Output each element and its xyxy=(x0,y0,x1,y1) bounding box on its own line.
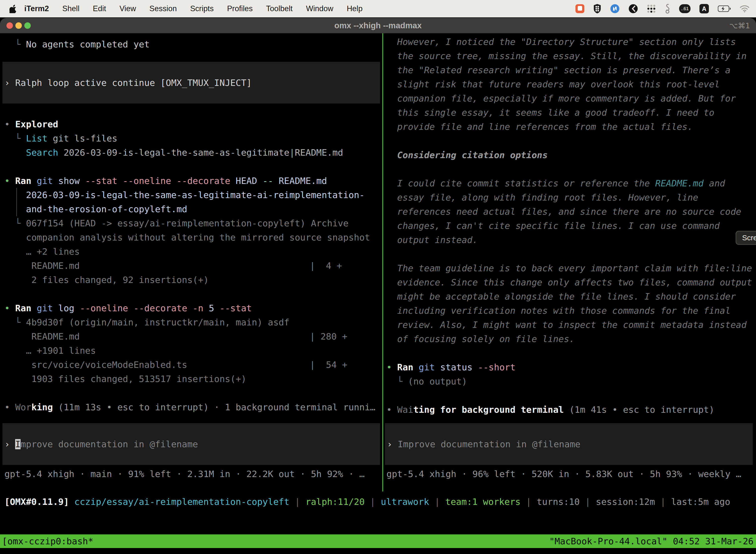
diffstat-count: | 54 + xyxy=(310,358,348,372)
text-segment: show xyxy=(53,176,80,186)
terminal-line: └ (no output) xyxy=(383,374,756,388)
terminal-line: of focusing solely on file lines. xyxy=(383,332,756,346)
text-segment: gpt-5.4 xhigh · main · 91% left · 2.31M … xyxy=(4,469,365,479)
text-segment: README.md xyxy=(655,178,704,188)
text-cursor: I xyxy=(15,439,20,449)
text-segment: and-the-erosion-of-copyleft.md xyxy=(26,204,187,214)
left-agent-pane[interactable]: └ No agents completed yet› Ralph loop ac… xyxy=(0,33,382,491)
text-segment: ralph:11/20 xyxy=(306,497,365,507)
terminal-line: • Ran git log --oneline --decorate -n 5 … xyxy=(0,301,382,315)
text-segment: • xyxy=(4,402,15,412)
text-segment: Wai xyxy=(397,404,413,415)
terminal-content: └ No agents completed yet› Ralph loop ac… xyxy=(0,33,756,554)
input-source-icon[interactable]: A xyxy=(699,4,709,13)
text-segment xyxy=(4,148,26,158)
battery-percent-app-icon[interactable]: ..61 xyxy=(679,4,691,13)
text-segment: The team guideline is to back every impo… xyxy=(386,263,752,273)
terminal-line: Search 2026-03-09-is-legal-the-same-as-l… xyxy=(0,146,382,160)
text-segment: README.md xyxy=(31,331,80,341)
prompt-input-box[interactable]: › Improve documentation in @filename xyxy=(2,423,380,465)
iterm-window: omx --xhigh --madmax ⌥⌘1 └ No agents com… xyxy=(0,18,756,554)
text-segment: team:1 workers xyxy=(445,497,520,507)
terminal-line: 1903 files changed, 513517 insertions(+) xyxy=(0,372,382,386)
text-segment: • xyxy=(4,176,15,186)
dots-grid-icon[interactable] xyxy=(647,4,656,13)
text-segment xyxy=(4,246,26,257)
menu-items: ShellEditViewSessionScriptsProfilesToolb… xyxy=(56,4,369,13)
battery-icon[interactable] xyxy=(718,5,731,12)
text-segment: status xyxy=(435,362,472,372)
terminal-line: • Waiting for background terminal (1m 41… xyxy=(383,403,756,417)
text-segment: • xyxy=(386,362,397,372)
text-segment: | xyxy=(521,497,537,507)
squiggle-icon[interactable] xyxy=(665,4,670,14)
wifi-icon[interactable] xyxy=(740,5,750,12)
text-segment: output instead. xyxy=(386,235,478,245)
text-segment xyxy=(4,204,26,214)
menu-item-session[interactable]: Session xyxy=(143,4,183,13)
chat-app-icon[interactable] xyxy=(575,4,584,13)
diffstat-count: | 280 + xyxy=(310,329,348,343)
screen-tooltip-label: Scre xyxy=(742,233,756,242)
text-segment: └ xyxy=(4,317,26,327)
terminal-line: review. Also, I might want to inspect th… xyxy=(383,318,756,332)
menu-status-icons: ..61 A xyxy=(575,0,750,17)
menu-item-toolbelt[interactable]: Toolbelt xyxy=(259,4,299,13)
prompt-chevron: › xyxy=(4,78,15,88)
text-segment: this single essay, it seems like a good … xyxy=(386,107,714,118)
text-segment: • xyxy=(4,119,15,129)
text-segment: Improve documentation in @filename xyxy=(397,439,580,449)
prompt-input-box[interactable]: › Ralph loop active continue [OMX_TMUX_I… xyxy=(2,62,380,104)
text-segment: git xyxy=(413,362,435,372)
terminal-line: • Working (11m 13s • esc to interrupt) ·… xyxy=(0,400,382,414)
menu-item-help[interactable]: Help xyxy=(340,4,369,13)
terminal-line: However, I noticed the "Directory Struct… xyxy=(383,35,756,49)
text-segment: | xyxy=(365,497,381,507)
text-segment: No agents completed yet xyxy=(26,39,150,49)
text-segment: --stat xyxy=(214,303,252,313)
text-segment: --stat --oneline --decorate xyxy=(80,176,230,186)
text-segment: | xyxy=(580,497,596,507)
security-shield-icon[interactable] xyxy=(593,4,601,13)
terminal-line: might be acceptable alongside the file l… xyxy=(383,289,756,303)
menu-item-window[interactable]: Window xyxy=(299,4,340,13)
text-segment: … +2 lines xyxy=(26,246,80,257)
screen-mirroring-icon[interactable] xyxy=(629,4,638,13)
terminal-line: … +2 lines xyxy=(0,244,382,259)
menu-item-profiles[interactable]: Profiles xyxy=(220,4,259,13)
text-segment: Ran xyxy=(15,303,31,313)
text-segment: git ls-files xyxy=(47,133,117,144)
menu-item-scripts[interactable]: Scripts xyxy=(184,4,220,13)
menu-bar: iTerm2 ShellEditViewSessionScriptsProfil… xyxy=(0,0,756,17)
menu-item-shell[interactable]: Shell xyxy=(56,4,86,13)
terminal-line: I could cite commit statistics or refere… xyxy=(383,176,756,190)
text-segment: (1m 41s • esc to interrupt) xyxy=(564,404,714,415)
menu-item-app[interactable]: iTerm2 xyxy=(17,4,56,13)
omx-status-bar: [OMX#0.11.9] cczip/essay/ai-reimplementa… xyxy=(0,495,756,509)
text-segment: (11m 13s • esc to interrupt) · 1 backgro… xyxy=(53,402,375,412)
menu-item-view[interactable]: View xyxy=(113,4,143,13)
sync-badge-icon[interactable] xyxy=(610,4,620,13)
text-segment: including verification notes with those … xyxy=(386,306,731,316)
text-segment: essay file, along with finding root file… xyxy=(386,192,698,203)
right-agent-pane[interactable]: However, I noticed the "Directory Struct… xyxy=(383,33,756,491)
text-segment: and xyxy=(704,178,725,188)
text-segment: references need actual files, and since … xyxy=(386,207,741,217)
text-segment: -- xyxy=(257,176,273,186)
terminal-line: Considering citation options xyxy=(383,148,756,162)
text-segment: └ xyxy=(4,218,26,228)
text-segment: review. Also, I might want to inspect th… xyxy=(386,320,747,330)
prompt-input-box[interactable]: › Improve documentation in @filename xyxy=(385,423,753,465)
text-segment xyxy=(4,359,31,370)
text-segment: turns:10 xyxy=(537,497,580,507)
text-segment xyxy=(4,374,31,384)
text-segment: Considering citation options xyxy=(386,150,548,160)
window-shortcut-badge: ⌥⌘1 xyxy=(729,18,750,33)
text-segment xyxy=(4,232,26,242)
apple-menu-icon[interactable] xyxy=(9,4,17,13)
terminal-line: 2 files changed, 92 insertions(+) xyxy=(0,273,382,287)
text-segment: Ralph loop active continue [OMX_TMUX_INJ… xyxy=(15,78,252,88)
menu-item-edit[interactable]: Edit xyxy=(86,4,113,13)
text-segment: cczip/essay/ai-reimplementation-copyleft xyxy=(74,497,290,507)
terminal-line: README.md| 4 + xyxy=(0,259,382,273)
